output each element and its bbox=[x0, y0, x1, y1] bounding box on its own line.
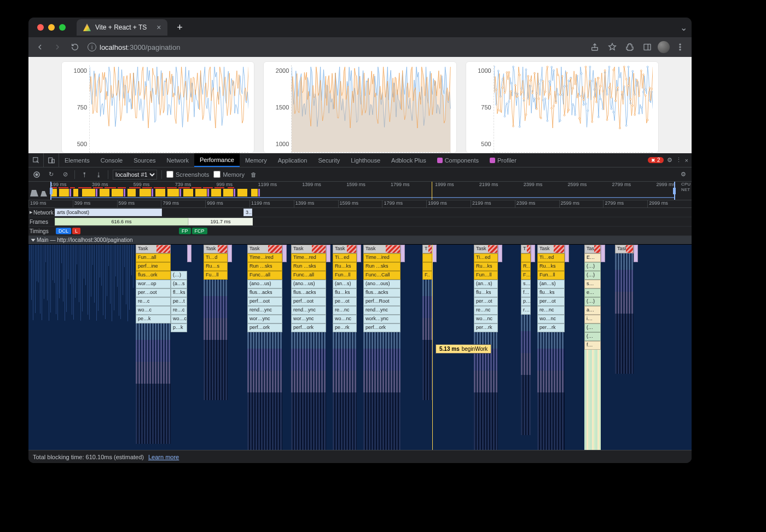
flame-entry[interactable]: (ano…ous) bbox=[363, 280, 401, 288]
flame-entry[interactable]: Func…all bbox=[247, 271, 282, 280]
flame-entry[interactable]: Task bbox=[363, 245, 401, 253]
new-tab-button[interactable]: + bbox=[173, 22, 186, 33]
flame-entry[interactable]: wor…op bbox=[136, 280, 171, 288]
flame-entry[interactable]: Task bbox=[537, 245, 565, 253]
flame-entry[interactable]: T… bbox=[422, 245, 432, 253]
timing-marker-fp[interactable]: FP bbox=[179, 228, 191, 234]
flame-entry[interactable]: wor…ync bbox=[291, 315, 326, 323]
flame-entry[interactable] bbox=[521, 253, 531, 262]
chart3-plot[interactable] bbox=[494, 65, 653, 153]
bookmark-button[interactable] bbox=[605, 40, 619, 54]
flame-entry[interactable]: per…ot bbox=[474, 297, 498, 306]
flame-entry[interactable]: per…rk bbox=[537, 323, 565, 332]
flame-chart[interactable]: TaskFun…allperf…ineflus…orkwor…opper…oot… bbox=[28, 245, 692, 450]
devtools-settings-icon[interactable]: ⚙ bbox=[667, 157, 672, 164]
flame-entry[interactable]: (… bbox=[584, 323, 601, 332]
device-toolbar-button[interactable] bbox=[44, 153, 59, 167]
flame-entry[interactable]: Func…Call bbox=[363, 271, 401, 280]
flame-entry[interactable] bbox=[422, 253, 432, 262]
site-info-icon[interactable]: i bbox=[88, 43, 96, 51]
timing-marker-fcp[interactable]: FCP bbox=[192, 228, 207, 234]
flame-entry[interactable]: rend…ync bbox=[247, 306, 282, 315]
flame-entry[interactable]: Task bbox=[615, 245, 634, 253]
flame-entry[interactable]: Task bbox=[474, 245, 498, 253]
detail-ruler[interactable]: 199 ms399 ms599 ms799 ms999 ms1199 ms139… bbox=[28, 200, 692, 208]
flame-entry[interactable]: perf…ork bbox=[363, 323, 401, 332]
flame-entry[interactable]: Time…red bbox=[291, 253, 326, 262]
devtools-tab-performance[interactable]: Performance bbox=[194, 153, 240, 167]
flame-entry[interactable]: (an…s) bbox=[333, 280, 357, 288]
flame-entry[interactable]: (…) bbox=[584, 262, 601, 271]
element-picker-button[interactable] bbox=[28, 153, 44, 167]
flame-entry[interactable]: r… bbox=[521, 306, 531, 315]
flame-entry[interactable]: perf…oot bbox=[291, 297, 326, 306]
timeline-overview[interactable]: 199 ms399 ms599 ms739 ms999 ms1199 ms139… bbox=[28, 182, 692, 200]
flame-entry[interactable]: (…) bbox=[584, 271, 601, 280]
flame-entry[interactable]: perf…ine bbox=[136, 262, 171, 271]
browser-menu-button[interactable] bbox=[673, 40, 687, 54]
flame-entry[interactable]: wo…nc bbox=[537, 315, 565, 323]
devtools-tab-components[interactable]: Components bbox=[432, 153, 484, 167]
flame-entry[interactable]: Run …sks bbox=[247, 262, 282, 271]
flame-entry[interactable] bbox=[422, 262, 432, 271]
devtools-tab-profiler[interactable]: Profiler bbox=[484, 153, 522, 167]
flame-entry[interactable]: wo…c bbox=[171, 315, 187, 323]
clear-button[interactable]: ⊘ bbox=[60, 170, 70, 180]
flame-entry[interactable]: Task bbox=[204, 245, 228, 253]
flame-entry[interactable]: T… bbox=[521, 245, 531, 253]
flame-entry[interactable]: a… bbox=[584, 306, 601, 315]
devtools-more-icon[interactable]: ⋮ bbox=[676, 157, 682, 164]
devtools-tab-adblock-plus[interactable]: Adblock Plus bbox=[386, 153, 432, 167]
flame-entry[interactable]: (an…s) bbox=[537, 280, 565, 288]
flame-entry[interactable]: Task bbox=[584, 245, 601, 253]
devtools-tab-sources[interactable]: Sources bbox=[128, 153, 161, 167]
flame-entry[interactable]: flus…acks bbox=[291, 288, 326, 297]
flame-entry[interactable]: pe…ot bbox=[333, 297, 357, 306]
flame-entry[interactable]: rend…ync bbox=[363, 306, 401, 315]
timing-marker-load[interactable]: L bbox=[72, 228, 80, 234]
devtools-tab-network[interactable]: Network bbox=[161, 153, 194, 167]
flame-entry[interactable]: Fun…ll bbox=[537, 271, 565, 280]
flame-entry[interactable]: p…k bbox=[171, 323, 187, 332]
reload-button[interactable] bbox=[68, 40, 82, 54]
devtools-tab-elements[interactable]: Elements bbox=[59, 153, 95, 167]
flame-entry[interactable]: perf…Root bbox=[363, 297, 401, 306]
flame-entry[interactable]: Time…ired bbox=[247, 253, 282, 262]
flame-entry[interactable]: fl…ks bbox=[171, 288, 187, 297]
network-request-bar[interactable]: 3… bbox=[243, 209, 252, 216]
flame-entry[interactable]: Run …sks bbox=[363, 262, 401, 271]
profile-avatar[interactable] bbox=[658, 41, 670, 53]
flame-entry[interactable]: Fun…ll bbox=[474, 271, 498, 280]
side-panel-button[interactable] bbox=[640, 40, 654, 54]
frame-bar[interactable]: 191.7 ms bbox=[188, 218, 253, 225]
flame-entry[interactable]: F.. bbox=[422, 271, 432, 280]
flame-entry[interactable]: wo…nc bbox=[474, 315, 498, 323]
close-window-button[interactable] bbox=[37, 24, 44, 31]
flame-entry[interactable]: (a…s bbox=[171, 280, 187, 288]
flame-entry[interactable]: Fu…ll bbox=[204, 271, 228, 280]
record-button[interactable] bbox=[32, 170, 42, 180]
flame-entry[interactable]: rend…ync bbox=[291, 306, 326, 315]
flame-entry[interactable]: Run …sks bbox=[291, 262, 326, 271]
network-request-bar[interactable]: arts (localhost) bbox=[55, 209, 162, 216]
flame-entry[interactable]: Ti…d bbox=[204, 253, 228, 262]
flame-entry[interactable]: e… bbox=[584, 288, 601, 297]
flame-entry[interactable]: Func…all bbox=[291, 271, 326, 280]
flame-entry[interactable]: F… bbox=[521, 271, 531, 280]
flame-entry[interactable]: perf…ork bbox=[247, 323, 282, 332]
flame-entry[interactable]: perf…oot bbox=[247, 297, 282, 306]
share-button[interactable] bbox=[588, 40, 602, 54]
flame-entry[interactable]: s… bbox=[584, 280, 601, 288]
flame-entry[interactable]: flus…ork bbox=[136, 271, 171, 280]
devtools-close-icon[interactable]: × bbox=[685, 157, 688, 164]
flame-entry[interactable]: per…ot bbox=[537, 297, 565, 306]
learn-more-link[interactable]: Learn more bbox=[148, 454, 179, 460]
flame-entry[interactable]: wo…nc bbox=[333, 315, 357, 323]
devtools-tab-memory[interactable]: Memory bbox=[240, 153, 272, 167]
devtools-tab-application[interactable]: Application bbox=[272, 153, 313, 167]
load-profile-button[interactable]: ⭱ bbox=[79, 170, 89, 180]
flame-entry[interactable]: Task bbox=[333, 245, 357, 253]
flame-entry[interactable]: f… bbox=[521, 288, 531, 297]
flame-entry[interactable]: i… bbox=[584, 315, 601, 323]
memory-checkbox[interactable]: Memory bbox=[213, 171, 245, 178]
